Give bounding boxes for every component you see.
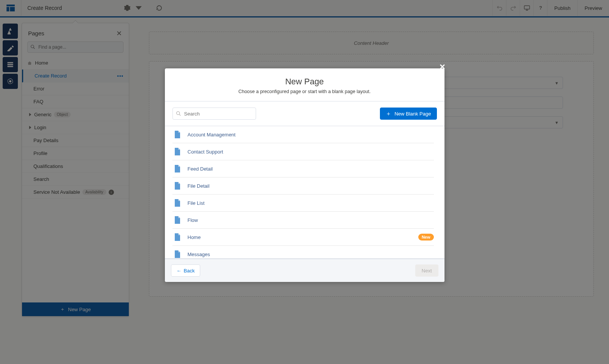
modal-title: New Page (172, 77, 437, 87)
template-row-contact-support[interactable]: Contact Support (172, 143, 434, 160)
template-row-messages[interactable]: Messages (172, 246, 434, 259)
new-page-modal: New Page Choose a preconfigured page or … (165, 68, 444, 282)
new-badge: New (418, 234, 434, 241)
template-row-flow[interactable]: Flow (172, 212, 434, 229)
template-list: Account ManagementContact SupportFeed De… (169, 126, 437, 259)
arrow-left-icon: ← (177, 268, 182, 274)
template-name: File List (188, 200, 205, 206)
template-name: Feed Detail (188, 166, 213, 172)
template-name: File Detail (188, 183, 210, 189)
template-name: Flow (188, 217, 198, 223)
template-name: Home (188, 234, 201, 240)
template-row-file-detail[interactable]: File Detail (172, 177, 434, 195)
modal-subtitle: Choose a preconfigured page or start wit… (172, 89, 437, 94)
next-button[interactable]: Next (415, 264, 438, 277)
next-label: Next (422, 268, 432, 274)
search-icon (176, 111, 181, 116)
new-blank-page-label: New Blank Page (394, 111, 431, 117)
template-row-file-list[interactable]: File List (172, 195, 434, 212)
template-name: Account Management (188, 132, 236, 138)
template-row-feed-detail[interactable]: Feed Detail (172, 160, 434, 177)
template-row-account-management[interactable]: Account Management (172, 126, 434, 143)
new-blank-page-button[interactable]: ＋ New Blank Page (380, 108, 437, 120)
template-row-home[interactable]: HomeNew (172, 229, 434, 246)
back-label: Back (184, 268, 195, 274)
plus-icon: ＋ (386, 110, 391, 117)
svg-point-10 (176, 112, 179, 115)
template-name: Messages (188, 252, 210, 257)
template-name: Contact Support (188, 149, 223, 155)
template-search-input[interactable] (172, 108, 256, 120)
back-button[interactable]: ← Back (171, 264, 201, 277)
modal-close-icon[interactable]: ✕ (439, 62, 446, 71)
